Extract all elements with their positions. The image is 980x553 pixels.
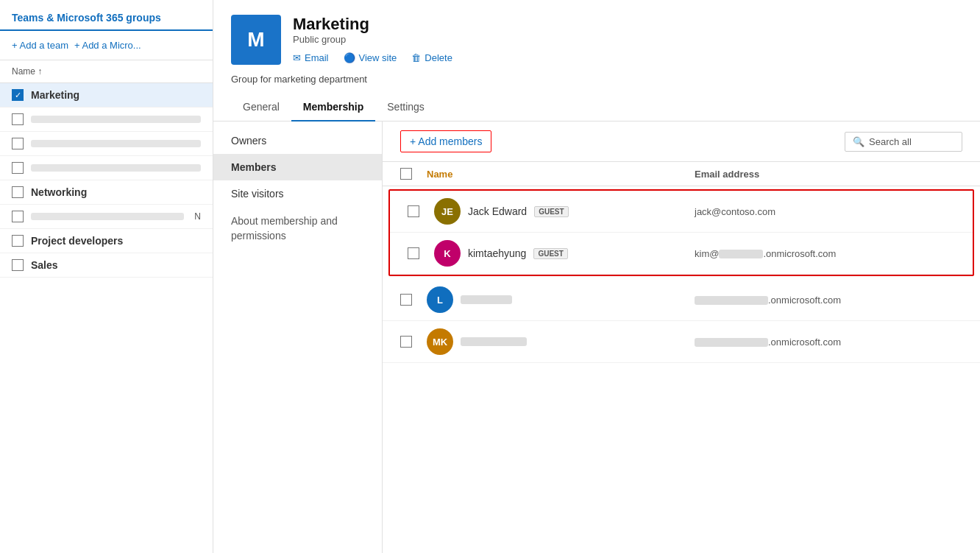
jack-checkbox[interactable] (408, 205, 419, 217)
view-site-action[interactable]: 🔵 View site (344, 52, 397, 63)
jack-email: jack@contoso.com (695, 206, 775, 217)
member-row-jack: JE Jack Edward GUEST jack@contoso.com (388, 189, 974, 276)
view-site-label: View site (359, 52, 397, 63)
sidebar-label-project-developers: Project developers (31, 235, 123, 247)
sidebar-checkbox-2[interactable] (12, 138, 24, 149)
add-microsoft-button[interactable]: + Add a Micro... (74, 40, 141, 51)
tab-membership[interactable]: Membership (291, 94, 375, 121)
email-icon: ✉ (293, 52, 301, 63)
tabs-bar: General Membership Settings (213, 94, 980, 121)
main-content: M Marketing Public group ✉ Email 🔵 View … (213, 0, 980, 553)
sidebar-blur-3 (31, 164, 201, 172)
mk-checkbox[interactable] (400, 336, 412, 348)
toolbar: + Add members 🔍 Search all (383, 121, 980, 162)
sidebar-item-networking[interactable]: Networking (0, 180, 213, 205)
mk-avatar: MK (427, 328, 453, 355)
nav-site-visitors[interactable]: Site visitors (213, 180, 382, 207)
kim-email-blur (719, 250, 763, 258)
jack-email-col: jack@contoso.com (695, 206, 955, 217)
group-name: Marketing (293, 15, 452, 34)
right-panel: + Add members 🔍 Search all Name Email ad… (383, 121, 980, 553)
jack-avatar: JE (434, 198, 461, 225)
kim-email-prefix: kim@ (695, 248, 719, 259)
group-description: Group for marketing department (213, 65, 980, 94)
content-area: Owners Members Site visitors About membe… (213, 121, 980, 553)
left-nav: Owners Members Site visitors About membe… (213, 121, 383, 553)
sidebar-blur-1 (31, 116, 201, 123)
delete-action[interactable]: 🗑 Delete (411, 52, 452, 63)
nav-owners[interactable]: Owners (213, 127, 382, 154)
sidebar-item-5-extra: N (194, 211, 201, 222)
group-info: Marketing Public group ✉ Email 🔵 View si… (293, 15, 452, 63)
sidebar-checkbox-networking[interactable] (12, 186, 24, 198)
kim-check-col (408, 247, 434, 259)
mk-email-blur (695, 338, 768, 347)
jack-name-col: JE Jack Edward GUEST (434, 198, 695, 225)
email-label: Email (305, 52, 329, 63)
kim-initials: K (444, 248, 450, 259)
l-avatar: L (427, 286, 453, 313)
sidebar-item-sales[interactable]: Sales (0, 253, 213, 278)
sidebar-checkbox-5[interactable] (12, 211, 24, 222)
group-type: Public group (293, 34, 452, 45)
sidebar-item-3[interactable] (0, 156, 213, 180)
table-header: Name Email address (383, 162, 980, 186)
sidebar-checkbox-marketing[interactable] (12, 89, 24, 101)
l-name-col: L (427, 286, 695, 313)
sidebar-blur-2 (31, 140, 201, 147)
kim-checkbox[interactable] (408, 247, 419, 259)
sidebar-actions: + Add a team + Add a Micro... (0, 31, 213, 60)
header-checkbox[interactable] (400, 168, 412, 180)
mk-email-suffix: .onmicrosoft.com (768, 337, 841, 348)
mk-name-col: MK (427, 328, 695, 355)
sidebar-item-project-developers[interactable]: Project developers (0, 229, 213, 253)
sidebar-item-2[interactable] (0, 132, 213, 156)
member-table: JE Jack Edward GUEST jack@contoso.com (383, 186, 980, 553)
jack-check-col (408, 205, 434, 217)
sidebar-item-marketing[interactable]: Marketing (0, 83, 213, 108)
group-avatar: M (231, 15, 281, 65)
nav-members[interactable]: Members (213, 154, 382, 180)
kim-guest-badge: GUEST (533, 248, 567, 259)
member-row-mk[interactable]: MK .onmicrosoft.com (383, 321, 980, 363)
sidebar-label-sales: Sales (31, 259, 58, 271)
header-name-col: Name (427, 169, 695, 180)
search-box[interactable]: 🔍 Search all (845, 132, 962, 152)
kim-email-col: kim@.onmicrosoft.com (695, 248, 955, 259)
nav-about[interactable]: About membership and permissions (213, 207, 382, 250)
sidebar-checkbox-3[interactable] (12, 162, 24, 174)
group-header: M Marketing Public group ✉ Email 🔵 View … (213, 0, 980, 65)
kim-email-suffix: .onmicrosoft.com (763, 248, 836, 259)
email-action[interactable]: ✉ Email (293, 52, 329, 63)
kim-name-col: K kimtaehyung GUEST (434, 240, 695, 267)
sidebar-col-header: Name ↑ (0, 60, 213, 83)
sidebar-checkbox-project-developers[interactable] (12, 235, 24, 247)
sidebar-item-5[interactable]: N (0, 205, 213, 229)
sidebar: Teams & Microsoft 365 groups + Add a tea… (0, 0, 213, 553)
group-actions: ✉ Email 🔵 View site 🗑 Delete (293, 52, 452, 63)
sidebar-item-1[interactable] (0, 108, 213, 132)
tab-settings[interactable]: Settings (375, 94, 436, 121)
sidebar-checkbox-1[interactable] (12, 113, 24, 125)
sidebar-checkbox-sales[interactable] (12, 259, 24, 271)
add-team-button[interactable]: + Add a team (12, 40, 68, 51)
l-email-suffix: .onmicrosoft.com (768, 295, 841, 306)
delete-icon: 🗑 (411, 52, 421, 63)
l-checkbox[interactable] (400, 294, 412, 306)
sidebar-blur-5 (31, 213, 184, 220)
header-email-col: Email address (695, 169, 962, 180)
kim-avatar: K (434, 240, 461, 267)
add-members-button[interactable]: + Add members (400, 130, 491, 152)
tab-general[interactable]: General (231, 94, 291, 121)
sidebar-title: Teams & Microsoft 365 groups (0, 0, 213, 31)
member-row-jack-inner[interactable]: JE Jack Edward GUEST jack@contoso.com (390, 191, 973, 233)
jack-initials: JE (441, 206, 453, 217)
kim-name: kimtaehyung (468, 247, 526, 259)
mk-email-col: .onmicrosoft.com (695, 337, 962, 348)
sharepoint-icon: 🔵 (344, 52, 355, 63)
member-row-l[interactable]: L .onmicrosoft.com (383, 279, 980, 321)
l-email-col: .onmicrosoft.com (695, 295, 962, 306)
member-row-kim[interactable]: K kimtaehyung GUEST kim@.onmicrosoft.com (390, 233, 973, 275)
jack-name: Jack Edward (468, 205, 527, 217)
mk-name-blur (461, 337, 527, 346)
